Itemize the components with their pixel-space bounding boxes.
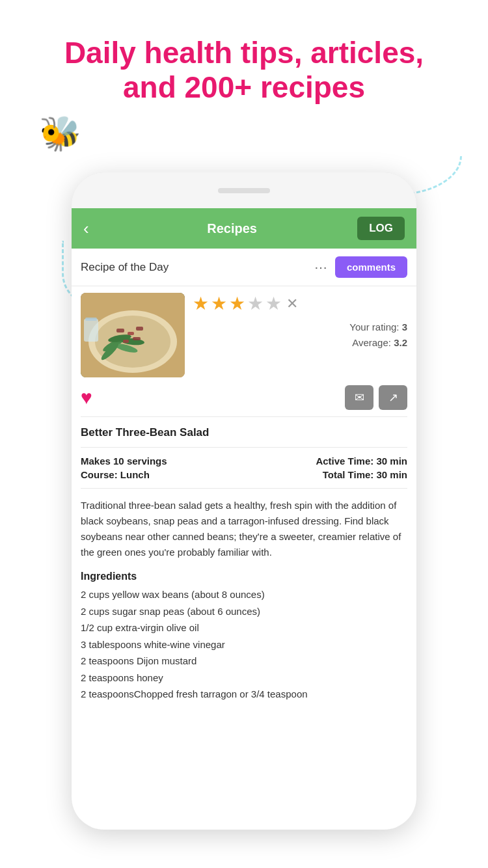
star-3[interactable]: ★: [229, 293, 245, 314]
back-button[interactable]: ‹: [83, 219, 107, 239]
svg-rect-8: [116, 329, 124, 332]
share-icon: ↗: [388, 390, 398, 405]
email-icon: ✉: [355, 390, 364, 405]
ingredients-title: Ingredients: [81, 571, 407, 582]
active-time-label: Active Time: 30 min: [244, 455, 407, 467]
log-button[interactable]: LOG: [357, 217, 405, 240]
average-value: 3.2: [394, 337, 407, 348]
stars-row: ★ ★ ★ ★ ★ ✕: [193, 293, 407, 314]
star-5[interactable]: ★: [265, 293, 282, 314]
nav-bar: ‹ Recipes LOG: [72, 208, 416, 249]
recipe-day-label: Recipe of the Day: [81, 261, 314, 274]
svg-rect-13: [84, 319, 98, 342]
recipe-title-section: Better Three-Bean Salad: [72, 417, 416, 447]
servings-label: Makes 10 servings: [81, 455, 244, 467]
svg-rect-14: [85, 318, 97, 321]
star-2[interactable]: ★: [211, 293, 227, 314]
course-label: Course: Lunch: [81, 469, 244, 480]
total-time-label: Total Time: 30 min: [244, 469, 407, 480]
star-4[interactable]: ★: [247, 293, 264, 314]
list-item: 3 tablespoons white-wine vinegar: [81, 636, 407, 653]
list-item: 2 cups yellow wax beans (about 8 ounces): [81, 586, 407, 603]
hero-title: Daily health tips, articles, and 200+ re…: [0, 0, 488, 118]
ingredients-section: Ingredients 2 cups yellow wax beans (abo…: [72, 565, 416, 708]
your-rating-label: Your rating:: [349, 321, 399, 332]
comments-button[interactable]: comments: [335, 256, 407, 278]
list-item: 2 teaspoonsChopped fresh tarragon or 3/4…: [81, 686, 407, 703]
recipe-description: Traditional three-bean salad gets a heal…: [72, 489, 416, 565]
rating-row: ★ ★ ★ ★ ★ ✕ Your rating: 3 Average: 3.2: [72, 286, 416, 381]
action-row: ♥ ✉ ↗: [72, 381, 416, 416]
recipe-metadata: Makes 10 servings Active Time: 30 min Co…: [72, 448, 416, 488]
list-item: 2 teaspoons honey: [81, 670, 407, 686]
recipe-day-bar: Recipe of the Day ⋯ comments: [72, 249, 416, 286]
rating-text: Your rating: 3 Average: 3.2: [193, 319, 407, 351]
phone-top: [72, 172, 416, 208]
list-item: 2 cups sugar snap peas (about 6 ounces): [81, 603, 407, 620]
app-content: ‹ Recipes LOG Recipe of the Day ⋯ commen…: [72, 208, 416, 830]
more-options-icon[interactable]: ⋯: [314, 260, 327, 275]
stars-ratings: ★ ★ ★ ★ ★ ✕ Your rating: 3 Average: 3.2: [185, 293, 407, 351]
svg-rect-12: [133, 337, 141, 340]
list-item: 2 teaspoons Dijon mustard: [81, 653, 407, 670]
nav-title: Recipes: [107, 221, 357, 236]
phone-frame: ‹ Recipes LOG Recipe of the Day ⋯ commen…: [72, 172, 416, 830]
favorite-button[interactable]: ♥: [81, 387, 92, 409]
recipe-title: Better Three-Bean Salad: [81, 426, 407, 439]
list-item: 1/2 cup extra-virgin olive oil: [81, 619, 407, 636]
star-1[interactable]: ★: [193, 293, 209, 314]
share-button[interactable]: ↗: [379, 385, 407, 410]
recipe-image: [81, 293, 185, 377]
email-button[interactable]: ✉: [345, 385, 373, 410]
average-label: Average:: [352, 337, 391, 348]
svg-rect-11: [123, 340, 129, 343]
svg-rect-10: [136, 327, 143, 331]
your-rating-value: 3: [402, 321, 407, 332]
svg-rect-9: [128, 332, 134, 335]
bee-illustration: 🐝: [39, 114, 81, 154]
phone-speaker: [218, 188, 270, 193]
ingredients-list: 2 cups yellow wax beans (about 8 ounces)…: [81, 586, 407, 703]
close-rating-icon[interactable]: ✕: [286, 295, 298, 312]
